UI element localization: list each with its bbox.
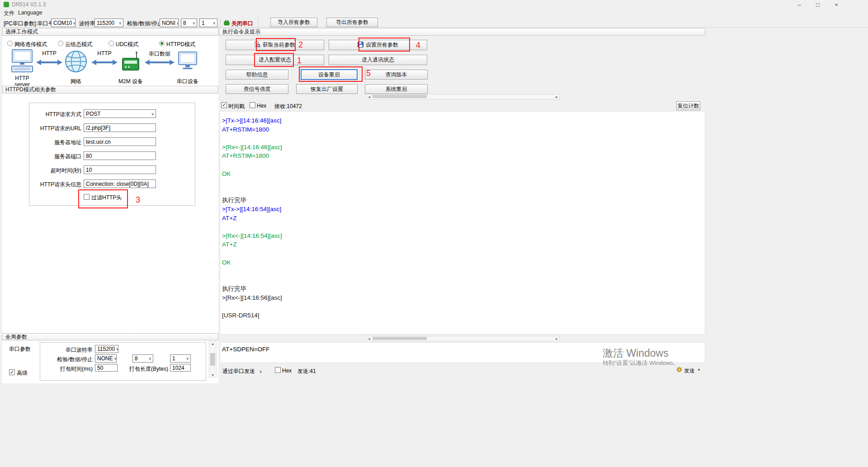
node-label-m2m-device: M2M 设备 <box>115 78 146 85</box>
httpd-params-section-header: HTTPD模式相关参数 <box>2 86 218 94</box>
send-hex-checkbox[interactable]: ✓ <box>275 367 281 373</box>
pack-time-input[interactable]: 50 <box>95 364 118 372</box>
databits-value: 8 <box>183 20 186 26</box>
radio-label-udc[interactable]: UDC模式 <box>116 41 138 48</box>
scrollbar-track[interactable] <box>372 336 554 341</box>
baud-rate-select[interactable]: 115200 ∨ <box>94 19 123 27</box>
timestamp-checkbox[interactable]: ✓ <box>221 102 227 108</box>
advanced-checkbox[interactable]: ✓ <box>9 369 15 375</box>
windows-activation-watermark-line1: 激活 Windows <box>603 346 669 360</box>
close-serial-port-button[interactable]: 关闭串口 <box>231 20 253 28</box>
send-hex-label[interactable]: Hex <box>282 368 292 374</box>
log-line: OK <box>222 170 703 179</box>
scroll-right-icon[interactable]: ► <box>554 95 559 99</box>
network-globe-icon <box>64 50 88 75</box>
reset-counter-button[interactable]: 复位计数 <box>676 101 700 110</box>
send-input-value: AT+SDPEN=OFF <box>222 346 270 353</box>
send-via-serial-dropdown[interactable]: 通过串口发送 ∨ <box>222 368 262 375</box>
global-baud-value: 115200 <box>97 346 115 352</box>
server-port-input[interactable]: 80 <box>84 151 156 160</box>
annotation-box-2 <box>256 38 296 51</box>
parity-select[interactable]: NONI ∨ <box>160 19 179 27</box>
annotation-box-3 <box>78 189 128 208</box>
double-arrow-icon <box>145 59 175 67</box>
scroll-left-icon[interactable]: ◄ <box>367 95 372 99</box>
maximize-button[interactable]: □ <box>809 0 827 9</box>
recv-hex-checkbox[interactable]: ✓ <box>250 102 255 108</box>
global-stopbits-select[interactable]: 1 ∨ <box>170 354 191 363</box>
radio-httpd-mode[interactable] <box>159 41 165 46</box>
radio-label-net-transparent[interactable]: 网络透传模式 <box>14 41 47 48</box>
server-address-value: test.usr.cn <box>86 139 111 145</box>
radio-udc-mode[interactable] <box>108 41 114 46</box>
export-all-params-button[interactable]: 导出所有参数 <box>326 18 378 27</box>
menu-file[interactable]: 文件 <box>4 9 14 17</box>
scroll-down-icon[interactable]: ▼ <box>210 373 215 377</box>
baud-rate-value: 115200 <box>97 20 114 26</box>
http-method-select[interactable]: POST ∨ <box>84 109 156 118</box>
system-reboot-button[interactable]: 系统重启 <box>365 84 428 94</box>
global-params-vertical-scrollbar[interactable]: ▲ ▼ <box>209 341 217 377</box>
timestamp-label[interactable]: 时间戳 <box>228 103 245 110</box>
scrollbar-thumb[interactable] <box>373 337 427 340</box>
log-line <box>222 267 703 276</box>
factory-reset-label: 恢复出厂设置 <box>311 85 343 93</box>
help-info-button[interactable]: 帮助信息 <box>226 70 288 80</box>
http-url-input[interactable]: /2.php[3F] <box>84 123 156 132</box>
radio-label-cloud-config[interactable]: 云组态模式 <box>65 41 92 48</box>
log-line: >[Tx->][14:16:46][asc] <box>222 116 703 125</box>
pack-length-input[interactable]: 1024 <box>170 364 191 372</box>
http-server-icon <box>11 49 33 75</box>
scrollbar-track[interactable] <box>372 94 554 99</box>
annotation-number-3: 3 <box>136 195 140 205</box>
server-port-label: 服务器端口 <box>9 153 81 160</box>
databits-select[interactable]: 8 ∨ <box>181 19 197 27</box>
radio-label-httpd[interactable]: HTTPD模式 <box>166 41 195 48</box>
command-section-header: 执行命令及提示 <box>219 28 705 36</box>
query-signal-button[interactable]: 查信号强度 <box>226 84 288 94</box>
m2m-device-icon <box>120 51 141 75</box>
http-header-label: HTTP请求头信息 <box>9 181 81 189</box>
enter-comm-state-button[interactable]: 进入通讯状态 <box>329 55 427 65</box>
global-baud-select[interactable]: 115200 ∨ <box>95 345 118 353</box>
advanced-label[interactable]: 高级 <box>17 369 28 377</box>
pc-serial-port-label: [PC串口参数]:串口号 <box>4 20 54 28</box>
send-menu-arrow-icon[interactable]: ▼ <box>697 368 701 372</box>
menu-language[interactable]: Language <box>18 9 42 16</box>
factory-reset-button[interactable]: 恢复出厂设置 <box>296 84 358 94</box>
timeout-label: 超时时间(秒) <box>9 167 81 175</box>
stopbits-select[interactable]: 1 ∨ <box>199 19 217 27</box>
scrollbar-thumb[interactable] <box>210 353 215 366</box>
scroll-left-icon[interactable]: ◄ <box>367 337 372 341</box>
httpd-params-header-label: HTTPD模式相关参数 <box>5 86 56 94</box>
com-port-select[interactable]: COM10 ∨ <box>51 19 75 27</box>
server-address-input[interactable]: test.usr.cn <box>84 137 156 146</box>
scrollbar-thumb[interactable] <box>373 95 427 98</box>
chevron-down-icon: ∨ <box>192 21 195 25</box>
close-button[interactable]: × <box>827 0 845 9</box>
command-horizontal-scrollbar[interactable]: ◄ ► <box>366 94 560 99</box>
chevron-down-icon: ∨ <box>259 369 262 374</box>
send-button[interactable]: 发送 <box>684 367 695 375</box>
scroll-right-icon[interactable]: ► <box>554 337 559 341</box>
minimize-button[interactable]: – <box>790 0 808 9</box>
work-mode-section-header: 选择工作模式 <box>2 28 218 36</box>
chevron-down-icon: ∨ <box>176 21 179 25</box>
global-parity-select[interactable]: NONE ∨ <box>95 354 117 363</box>
scroll-up-icon[interactable]: ▲ <box>210 342 215 346</box>
pack-time-value: 50 <box>97 365 103 371</box>
log-horizontal-scrollbar[interactable]: ◄ ► <box>366 336 560 341</box>
global-params-header-label: 全局参数 <box>5 333 27 341</box>
link-label-http-1: HTTP <box>36 50 62 57</box>
import-all-params-button[interactable]: 导入所有参数 <box>270 18 317 27</box>
global-databits-select[interactable]: 8 ∨ <box>132 354 153 363</box>
close-icon: × <box>835 1 838 8</box>
receive-log-area[interactable]: >[Tx->][14:16:46][asc]AT+RSTIM=1800 >[Rx… <box>220 111 705 335</box>
radio-net-transparent-mode[interactable] <box>7 41 13 46</box>
recv-hex-label[interactable]: Hex <box>257 103 266 109</box>
timeout-input[interactable]: 10 <box>84 165 156 174</box>
http-header-input[interactable]: Connection: close[0D][0A] <box>84 179 156 188</box>
query-version-button[interactable]: 查询版本 <box>365 70 428 80</box>
annotation-number-1: 1 <box>297 56 302 66</box>
radio-cloud-config-mode[interactable] <box>58 41 63 46</box>
